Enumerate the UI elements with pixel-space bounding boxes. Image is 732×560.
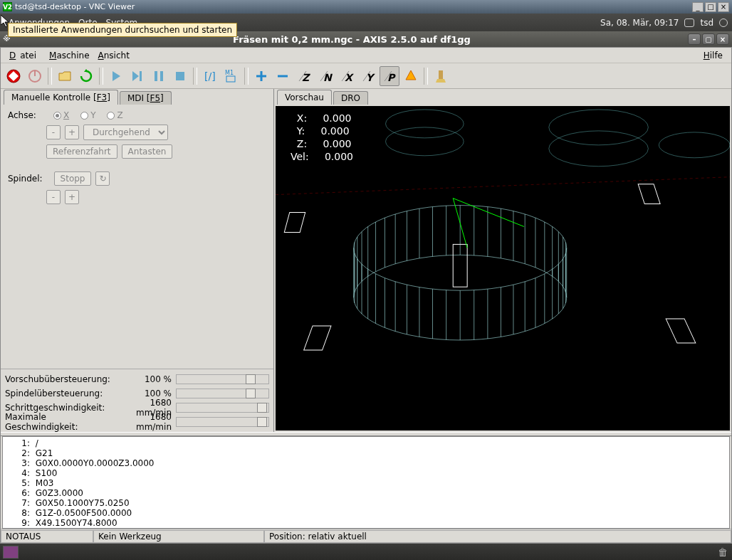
app-close-button[interactable]: × [716, 33, 729, 45]
gnome-bottom-panel: 🗑 [0, 544, 732, 560]
axis-y-radio[interactable]: Y [80, 110, 95, 120]
svg-point-77 [549, 131, 649, 167]
app-minimize-button[interactable]: – [688, 33, 701, 45]
power-button[interactable] [25, 66, 45, 86]
svg-rect-7 [176, 72, 184, 80]
trash-icon[interactable]: 🗑 [718, 546, 729, 558]
jog-minus-button[interactable]: - [46, 125, 61, 139]
vnc-titlebar: V2 tsd@tsd-desktop - VNC Viewer _ □ × [0, 0, 732, 14]
stop-button[interactable] [170, 66, 190, 86]
tab-preview[interactable]: Vorschau [277, 90, 332, 105]
axis-x-radio[interactable]: X [53, 110, 69, 120]
tab-mdi[interactable]: MDI [F5] [120, 91, 172, 105]
svg-rect-24 [439, 70, 443, 79]
zoom-in-button[interactable] [251, 66, 271, 86]
max-velocity-label: Maximale Geschwindigkeit: [5, 412, 119, 432]
open-button[interactable] [55, 66, 75, 86]
manual-controls: Achse: X Y Z - + Durchgehend Referenzfah… [1, 105, 273, 369]
run-button[interactable] [106, 66, 126, 86]
svg-text:X: X [345, 72, 354, 83]
chat-icon[interactable] [684, 19, 694, 27]
right-panel: Vorschau DRO X: 0.000 Y: 0.000 Z: 0.000 … [274, 89, 731, 432]
panel-user[interactable]: tsd [700, 18, 713, 28]
jog-speed-label: Schrittgeschwindigkeit: [5, 403, 119, 413]
override-sliders: Vorschubübersteuerung:100 % Spindelübers… [1, 369, 273, 432]
view-x-button[interactable]: X [337, 66, 357, 86]
menu-help[interactable]: Hilfe [699, 49, 727, 62]
reload-button[interactable] [76, 66, 96, 86]
spindle-stop-button[interactable]: Stopp [54, 171, 92, 186]
optional-stop-button[interactable]: M1 [221, 66, 241, 86]
status-position: Position: relativ aktuell [264, 530, 731, 543]
menu-view[interactable]: Ansicht [94, 49, 134, 62]
touchoff-button[interactable]: Antasten [122, 144, 173, 159]
tab-dro[interactable]: DRO [333, 91, 368, 105]
statusbar: NOTAUS Kein Werkzeug Position: relativ a… [1, 529, 731, 543]
estop-button[interactable] [4, 66, 23, 86]
svg-point-78 [386, 110, 464, 138]
gcode-line[interactable]: 8: G1Z-0.0500F500.0000 [4, 508, 728, 518]
taskbar-item[interactable] [3, 546, 19, 559]
spindle-override-label: Spindelübersteuerung: [5, 389, 119, 398]
view-n-button[interactable]: N [315, 66, 335, 86]
gcode-line[interactable]: 2: G21 [4, 448, 728, 458]
svg-text:M1: M1 [225, 70, 234, 76]
max-velocity-slider[interactable] [176, 417, 269, 427]
gcode-line[interactable]: 9: X49.1500Y74.8000 [4, 518, 728, 528]
svg-text:N: N [323, 72, 333, 83]
step-button[interactable] [127, 66, 147, 86]
svg-line-25 [276, 177, 730, 195]
vnc-minimize-button[interactable]: _ [692, 2, 704, 12]
view-z-button[interactable]: Z [294, 66, 314, 86]
gcode-line[interactable]: 1: / [4, 438, 728, 448]
svg-rect-82 [304, 326, 331, 350]
spindle-override-value: 100 % [119, 389, 176, 398]
axis-z-radio[interactable]: Z [107, 110, 122, 120]
gcode-line[interactable]: 5: M03 [4, 478, 728, 488]
zoom-out-button[interactable] [273, 66, 293, 86]
jog-mode-select[interactable]: Durchgehend [83, 125, 168, 140]
vnc-close-button[interactable]: × [718, 2, 729, 12]
svg-rect-10 [226, 76, 235, 82]
gcode-line[interactable]: 4: S100 [4, 468, 728, 478]
app-maximize-button[interactable]: ▢ [702, 33, 715, 45]
svg-point-80 [659, 132, 730, 158]
spindle-plus-button[interactable]: + [65, 190, 79, 204]
svg-rect-4 [140, 71, 142, 81]
feed-override-value: 100 % [119, 374, 176, 384]
pause-button[interactable] [149, 66, 169, 86]
menu-machine[interactable]: Maschine [45, 49, 94, 62]
gcode-line[interactable]: 3: G0X0.0000Y0.0000Z3.0000 [4, 458, 728, 468]
jog-plus-button[interactable]: + [65, 125, 79, 139]
gcode-line[interactable]: 6: G0Z3.0000 [4, 488, 728, 498]
skip-button[interactable]: [/] [200, 66, 220, 86]
view-p-button[interactable]: P [380, 66, 399, 86]
spindle-direction-button[interactable]: ↻ [95, 171, 110, 186]
tab-manual-control[interactable]: Manuelle Kontrolle [F3] [4, 90, 118, 105]
tooltip: Installierte Anwendungen durchsuchen und… [8, 23, 237, 37]
jog-speed-slider[interactable] [176, 403, 269, 413]
gcode-line[interactable]: 7: G0X50.1000Y75.0250 [4, 498, 728, 508]
gcode-listing[interactable]: 1: /2: G213: G0X0.0000Y0.0000Z3.00004: S… [2, 436, 730, 529]
feed-override-slider[interactable] [176, 374, 269, 384]
home-button[interactable]: Referenzfahrt [46, 144, 117, 159]
view-y-button[interactable]: Y [358, 66, 378, 86]
svg-text:P: P [387, 72, 396, 83]
menu-file[interactable]: Datei [5, 49, 45, 62]
left-tabs: Manuelle Kontrolle [F3] MDI [F5] [1, 89, 273, 105]
preview-3d-view[interactable]: X: 0.000 Y: 0.000 Z: 0.000 Vel: 0.000 [276, 106, 730, 430]
axis-application: Datei Maschine Ansicht Hilfe [/] M1 Z N … [0, 47, 732, 544]
vnc-maximize-button[interactable]: □ [705, 2, 716, 12]
status-estop: NOTAUS [1, 530, 93, 543]
svg-text:Z: Z [302, 72, 310, 83]
toggle-cone-button[interactable] [401, 66, 421, 86]
svg-rect-6 [160, 71, 163, 81]
spindle-override-slider[interactable] [176, 389, 269, 398]
clear-plot-button[interactable] [431, 66, 451, 86]
power-icon[interactable] [719, 19, 728, 27]
spindle-minus-button[interactable]: - [46, 190, 61, 204]
panel-datetime[interactable]: Sa, 08. Mär, 09:17 [600, 18, 679, 28]
left-panel: Manuelle Kontrolle [F3] MDI [F5] Achse: … [1, 89, 274, 432]
preview-svg [276, 106, 730, 411]
svg-text:[/]: [/] [204, 70, 216, 82]
